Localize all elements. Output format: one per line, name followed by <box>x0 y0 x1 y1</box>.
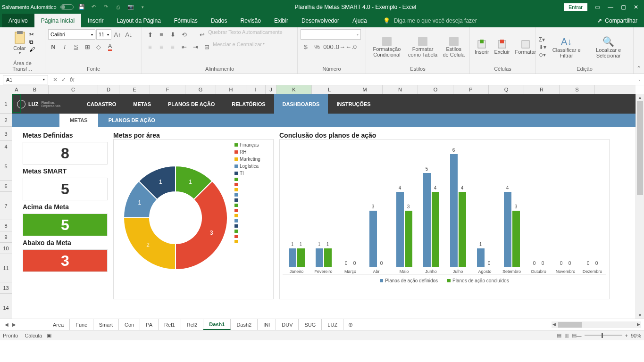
percent-icon[interactable]: % <box>312 41 322 52</box>
zoom-out-icon[interactable]: — <box>577 333 582 338</box>
column-headers[interactable]: ABCDEFGHIJKLMNOPQRS <box>12 85 636 94</box>
sheet-tab-Con[interactable]: Con <box>119 319 140 330</box>
fill-color-icon[interactable]: ◇ <box>93 41 104 52</box>
orientation-icon[interactable]: ⟲ <box>179 29 189 40</box>
row-header-4[interactable]: 4 <box>0 141 12 152</box>
subnav-metas[interactable]: METAS <box>59 114 98 127</box>
row-header-7[interactable]: 7 <box>0 192 12 220</box>
row-header-2[interactable]: 2 <box>0 114 12 127</box>
nav-planos[interactable]: PLANOS DE AÇÃO <box>159 94 223 114</box>
zoom-slider[interactable] <box>585 335 622 336</box>
nav-cadastro[interactable]: CADASTRO <box>78 94 125 114</box>
ribbon-display-icon[interactable]: ▭ <box>595 4 600 10</box>
accept-formula-icon[interactable]: ✓ <box>61 76 66 83</box>
nav-metas[interactable]: METAS <box>125 94 159 114</box>
conditional-format-button[interactable]: Formatação Condicional <box>369 36 405 58</box>
tab-home[interactable]: Página Inicial <box>34 14 81 27</box>
col-header-Q[interactable]: Q <box>489 85 524 94</box>
sheet-tab-LUZ[interactable]: LUZ <box>322 319 343 330</box>
row-header-5[interactable]: 5 <box>0 152 12 181</box>
tell-me-search[interactable]: 💡 Diga-me o que você deseja fazer <box>374 14 591 27</box>
sort-filter-button[interactable]: A↓Classificar e Filtrar <box>548 35 585 59</box>
add-sheet-button[interactable]: ⊕ <box>343 319 358 330</box>
col-header-G[interactable]: G <box>185 85 216 94</box>
format-table-button[interactable]: Formatar como Tabela <box>406 36 440 58</box>
formula-input[interactable] <box>79 75 635 84</box>
align-right-icon[interactable]: ≡ <box>167 41 178 52</box>
copy-icon[interactable]: ⧉ <box>29 39 35 45</box>
merge-icon[interactable]: ⊟ <box>201 41 212 52</box>
col-header-E[interactable]: E <box>119 85 150 94</box>
save-icon[interactable]: 💾 <box>77 3 86 11</box>
border-icon[interactable]: ⊞ <box>82 41 92 52</box>
sheet-tab-Rel1[interactable]: Rel1 <box>159 319 181 330</box>
col-header-I[interactable]: I <box>246 85 266 94</box>
subnav-planos[interactable]: PLANOS DE AÇÃO <box>98 114 166 127</box>
font-name-select[interactable]: Calibri▾ <box>48 29 95 40</box>
col-header-M[interactable]: M <box>347 85 383 94</box>
nav-relatorios[interactable]: RELATÓRIOS <box>223 94 274 114</box>
vertical-scrollbar[interactable]: ▲ ▼ <box>636 94 644 319</box>
thousands-icon[interactable]: 000 <box>323 41 334 52</box>
indent-inc-icon[interactable]: ⇥ <box>190 41 201 52</box>
insert-cells-button[interactable]: Inserir <box>473 39 491 56</box>
font-color-icon[interactable]: A <box>105 41 115 52</box>
clear-icon[interactable]: ◇▾ <box>539 51 546 58</box>
minimize-icon[interactable]: — <box>608 4 613 10</box>
sign-in-button[interactable]: Entrar <box>564 3 587 11</box>
sheet-tab-Dash2[interactable]: Dash2 <box>231 319 258 330</box>
dec-decimal-icon[interactable]: ←.0 <box>346 41 356 52</box>
align-center-icon[interactable]: ≡ <box>156 41 167 52</box>
col-header-S[interactable]: S <box>560 85 595 94</box>
indent-dec-icon[interactable]: ⇤ <box>179 41 189 52</box>
tab-nav-next-icon[interactable]: ▶ <box>12 322 16 327</box>
sheet-tab-INI[interactable]: INI <box>258 319 276 330</box>
share-button[interactable]: ⇗ Compartilhar <box>591 14 644 27</box>
sheet-tab-SUG[interactable]: SUG <box>299 319 322 330</box>
col-header-N[interactable]: N <box>383 85 418 94</box>
horizontal-scrollbar[interactable]: ◀▶ <box>358 321 644 328</box>
undo-icon[interactable]: ↶ <box>90 3 98 11</box>
select-all-triangle[interactable] <box>0 85 12 94</box>
row-header-1[interactable]: 1 <box>0 94 12 114</box>
row-header-11[interactable]: 11 <box>0 254 12 282</box>
nav-dashboards[interactable]: DASHBOARDS <box>274 94 328 114</box>
col-header-K[interactable]: K <box>276 85 312 94</box>
inc-decimal-icon[interactable]: .0→ <box>335 41 345 52</box>
autosave-toggle[interactable] <box>60 4 74 10</box>
col-header-H[interactable]: H <box>216 85 246 94</box>
sheet-tab-Dash1[interactable]: Dash1 <box>203 319 231 330</box>
row-header-10[interactable]: 10 <box>0 243 12 254</box>
col-header-C[interactable]: C <box>49 85 98 94</box>
tab-formulas[interactable]: Fórmulas <box>167 14 204 27</box>
scroll-down-icon[interactable]: ▼ <box>636 312 644 319</box>
tab-nav-prev-icon[interactable]: ◀ <box>5 322 8 327</box>
row-header-8[interactable]: 8 <box>0 220 12 231</box>
col-header-P[interactable]: P <box>453 85 489 94</box>
currency-icon[interactable]: $ <box>301 41 311 52</box>
row-header-3[interactable]: 3 <box>0 127 12 141</box>
tab-file[interactable]: Arquivo <box>2 14 34 27</box>
autosum-icon[interactable]: Σ▾ <box>539 36 546 43</box>
col-header-L[interactable]: L <box>312 85 347 94</box>
row-header-13[interactable]: 13 <box>0 282 12 294</box>
tab-layout[interactable]: Layout da Página <box>110 14 167 27</box>
sheet-tab-PA[interactable]: PA <box>140 319 159 330</box>
scroll-thumb[interactable] <box>637 101 643 195</box>
format-painter-icon[interactable]: 🖌 <box>29 46 35 53</box>
row-header-6[interactable]: 6 <box>0 181 12 192</box>
col-header-R[interactable]: R <box>524 85 560 94</box>
tab-insert[interactable]: Inserir <box>81 14 110 27</box>
tab-review[interactable]: Revisão <box>234 14 268 27</box>
tab-developer[interactable]: Desenvolvedor <box>295 14 346 27</box>
view-page-break-icon[interactable]: ▤ <box>572 332 577 338</box>
cell-styles-button[interactable]: Estilos de Célula <box>441 36 467 58</box>
align-middle-icon[interactable]: ≡ <box>156 29 167 40</box>
row-header-9[interactable]: 9 <box>0 231 12 243</box>
sheet-tab-Rel2[interactable]: Rel2 <box>181 319 204 330</box>
print-icon[interactable]: ⎙ <box>114 3 123 11</box>
cancel-formula-icon[interactable]: ✕ <box>53 76 58 83</box>
qat-dropdown-icon[interactable]: ▾ <box>139 3 147 11</box>
number-format-select[interactable]: ▾ <box>301 29 361 40</box>
sheet-tab-Smart[interactable]: Smart <box>93 319 119 330</box>
